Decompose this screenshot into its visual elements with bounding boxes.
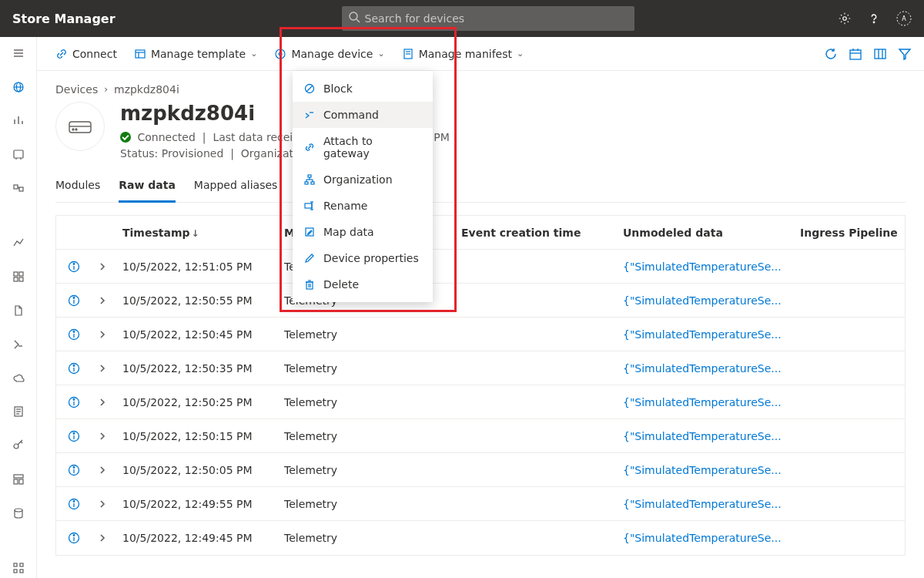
info-icon[interactable] <box>56 532 92 544</box>
columns-icon[interactable] <box>873 47 887 61</box>
hamburger-icon[interactable] <box>6 43 31 63</box>
account-icon[interactable]: A <box>896 11 912 26</box>
table-row: 10/5/2022, 12:50:55 PMTelemetry{"Simulat… <box>56 284 905 318</box>
globe-icon[interactable] <box>6 77 31 97</box>
svg-rect-23 <box>14 277 18 281</box>
svg-rect-40 <box>20 570 23 573</box>
table-row: 10/5/2022, 12:50:05 PMTelemetry{"Simulat… <box>56 453 905 487</box>
cell-unmodeled[interactable]: {"SimulatedTemperatureSe... <box>617 362 794 375</box>
expand-row-icon[interactable] <box>92 432 116 441</box>
info-icon[interactable] <box>56 430 92 442</box>
info-icon[interactable] <box>56 464 92 476</box>
svg-rect-55 <box>875 49 886 59</box>
cell-unmodeled[interactable]: {"SimulatedTemperatureSe... <box>617 260 794 273</box>
block-icon <box>303 83 316 94</box>
jobs-icon[interactable] <box>6 334 31 355</box>
device-tabs: Modules Raw data Mapped aliases <box>55 171 906 203</box>
connect-button[interactable]: Connect <box>49 43 123 65</box>
settings-icon[interactable] <box>838 12 852 25</box>
cell-unmodeled[interactable]: {"SimulatedTemperatureSe... <box>617 396 794 408</box>
cell-timestamp: 10/5/2022, 12:50:55 PM <box>116 294 278 307</box>
dropdown-delete[interactable]: Delete <box>293 271 433 297</box>
svg-line-32 <box>21 442 22 443</box>
help-icon[interactable] <box>867 12 881 25</box>
info-icon[interactable] <box>56 260 92 273</box>
dropdown-map-data[interactable]: Map data <box>293 219 433 245</box>
expand-row-icon[interactable] <box>92 533 116 543</box>
device-icon[interactable] <box>6 144 31 164</box>
key-icon[interactable] <box>6 435 31 455</box>
cell-unmodeled[interactable]: {"SimulatedTemperatureSe... <box>617 498 794 510</box>
chart-icon[interactable] <box>6 111 31 131</box>
dropdown-command[interactable]: Command <box>293 102 433 128</box>
breadcrumb: Devices › mzpkdz804i <box>55 83 906 96</box>
chevron-down-icon: ⌄ <box>517 49 524 59</box>
sort-down-icon: ↓ <box>192 228 199 239</box>
col-event-time[interactable]: Event creation time <box>455 227 617 239</box>
cell-unmodeled[interactable]: {"SimulatedTemperatureSe... <box>617 328 794 341</box>
table-row: 10/5/2022, 12:50:15 PMTelemetry{"Simulat… <box>56 419 905 453</box>
manage-template-label: Manage template <box>151 48 246 60</box>
cell-unmodeled[interactable]: {"SimulatedTemperatureSe... <box>617 430 794 442</box>
expand-row-icon[interactable] <box>92 296 116 305</box>
manage-device-button[interactable]: Manage device ⌄ <box>268 43 390 65</box>
col-timestamp[interactable]: Timestamp↓ <box>116 227 278 239</box>
edit-icon <box>303 227 316 237</box>
group-icon[interactable] <box>6 178 31 198</box>
svg-rect-37 <box>14 563 17 566</box>
cell-unmodeled[interactable]: {"SimulatedTemperatureSe... <box>617 532 794 544</box>
info-icon[interactable] <box>56 498 92 510</box>
expand-row-icon[interactable] <box>92 499 116 509</box>
data-icon[interactable] <box>6 503 31 523</box>
dropdown-block[interactable]: Block <box>293 76 433 102</box>
chevron-down-icon: ⌄ <box>377 49 384 59</box>
file-icon[interactable] <box>6 301 31 321</box>
svg-rect-24 <box>19 277 23 281</box>
dropdown-organization[interactable]: Organization <box>293 166 433 193</box>
filter-icon[interactable] <box>898 47 912 61</box>
cell-timestamp: 10/5/2022, 12:51:05 PM <box>116 260 278 273</box>
col-ingress[interactable]: Ingress Pipeline <box>794 227 924 239</box>
expand-row-icon[interactable] <box>92 262 116 271</box>
svg-text:A: A <box>902 15 906 22</box>
breadcrumb-current: mzpkdz804i <box>114 83 179 96</box>
info-icon[interactable] <box>56 328 92 341</box>
tab-mapped-aliases[interactable]: Mapped aliases <box>194 171 278 202</box>
tab-modules[interactable]: Modules <box>55 171 100 202</box>
expand-row-icon[interactable] <box>92 465 116 475</box>
expand-row-icon[interactable] <box>92 364 116 373</box>
device-cmd-icon <box>274 48 286 60</box>
info-icon[interactable] <box>56 396 92 408</box>
cloud-icon[interactable] <box>6 368 31 388</box>
cell-unmodeled[interactable]: {"SimulatedTemperatureSe... <box>617 464 794 476</box>
table-row: 10/5/2022, 12:50:35 PMTelemetry{"Simulat… <box>56 351 905 385</box>
analytics-icon[interactable] <box>6 234 31 254</box>
breadcrumb-root[interactable]: Devices <box>55 83 98 96</box>
manage-manifest-button[interactable]: Manage manifest ⌄ <box>396 43 531 65</box>
refresh-icon[interactable] <box>824 47 838 61</box>
rename-icon <box>303 200 316 211</box>
expand-row-icon[interactable] <box>92 398 116 407</box>
doc-icon[interactable] <box>6 402 31 422</box>
manage-manifest-label: Manage manifest <box>419 48 512 60</box>
tab-raw-data[interactable]: Raw data <box>119 171 176 203</box>
template-icon[interactable] <box>6 469 31 489</box>
col-unmodeled[interactable]: Unmodeled data <box>617 227 794 239</box>
calendar-icon[interactable] <box>849 47 862 61</box>
search-input[interactable] <box>342 6 634 31</box>
chevron-down-icon: ⌄ <box>250 49 257 59</box>
expand-row-icon[interactable] <box>92 330 116 339</box>
dropdown-attach[interactable]: Attach to gateway <box>293 128 433 166</box>
table-row: 10/5/2022, 12:50:45 PMTelemetry{"Simulat… <box>56 318 905 351</box>
cell-unmodeled[interactable]: {"SimulatedTemperatureSe... <box>617 294 794 307</box>
dropdown-rename[interactable]: Rename <box>293 193 433 219</box>
table-row: 10/5/2022, 12:49:45 PMTelemetry{"Simulat… <box>56 521 905 555</box>
apps-icon[interactable] <box>6 558 31 578</box>
manage-template-button[interactable]: Manage template ⌄ <box>128 43 263 65</box>
info-icon[interactable] <box>56 362 92 375</box>
cell-timestamp: 10/5/2022, 12:50:45 PM <box>116 328 278 341</box>
dashboard-icon[interactable] <box>6 267 31 287</box>
info-icon[interactable] <box>56 294 92 307</box>
cell-message-type: Telemetry <box>278 396 455 408</box>
dropdown-properties[interactable]: Device properties <box>293 245 433 271</box>
